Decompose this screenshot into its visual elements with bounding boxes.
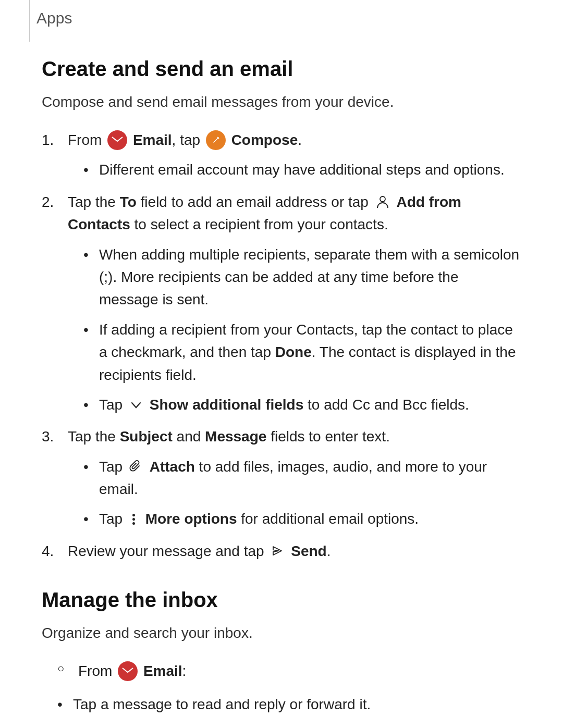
step1-email-label: Email bbox=[133, 132, 172, 148]
step2-bullet-1: When adding multiple recipients, separat… bbox=[83, 243, 521, 311]
step1-bullets: Different email account may have additio… bbox=[68, 158, 521, 181]
manage-bullet-2: Tap to search for key words in your emai… bbox=[57, 723, 521, 728]
section2-container: Manage the inbox Organize and search you… bbox=[42, 588, 521, 728]
search-icon bbox=[102, 726, 119, 728]
svg-rect-3 bbox=[121, 667, 134, 676]
section2-intro: Organize and search your inbox. bbox=[42, 622, 521, 644]
svg-rect-0 bbox=[111, 135, 124, 145]
person-icon bbox=[374, 193, 391, 210]
email-icon-2 bbox=[118, 661, 138, 681]
step2-text: Tap the To field to add an email address… bbox=[68, 194, 461, 232]
apps-label: Apps bbox=[36, 9, 72, 27]
step1-bullet-1: Different email account may have additio… bbox=[83, 158, 521, 181]
chevron-down-icon bbox=[128, 397, 144, 413]
manage-circle-item-1: From Email: bbox=[57, 660, 521, 682]
step3-text: Tap the Subject and Message fields to en… bbox=[68, 428, 390, 445]
step1-compose-label: Compose bbox=[231, 132, 298, 148]
step3-bullets: Tap Attach to add files, images, audio, … bbox=[68, 455, 521, 530]
step3-bullet-1: Tap Attach to add files, images, audio, … bbox=[83, 455, 521, 501]
step-1: From Email, tap bbox=[42, 129, 521, 181]
section1-title: Create and send an email bbox=[42, 57, 521, 81]
step2-bullet-2: If adding a recipient from your Contacts… bbox=[83, 318, 521, 386]
step3-bullet-2: Tap More options for additional email op… bbox=[83, 508, 521, 530]
page-container: Apps Create and send an email Compose an… bbox=[0, 0, 563, 728]
section1-intro: Compose and send email messages from you… bbox=[42, 91, 521, 113]
manage-circle-list: From Email: bbox=[42, 660, 521, 682]
manage-email-label: Email bbox=[143, 663, 182, 679]
step-4: Review your message and tap Send. bbox=[42, 540, 521, 562]
send-icon bbox=[270, 543, 285, 559]
step-2: Tap the To field to add an email address… bbox=[42, 191, 521, 416]
compose-icon bbox=[206, 130, 226, 150]
content-area: Create and send an email Compose and sen… bbox=[0, 0, 563, 728]
more-options-icon-1 bbox=[128, 511, 140, 527]
step2-bullet-3: Tap Show additional fields to add Cc and… bbox=[83, 393, 521, 416]
email-icon-1 bbox=[107, 130, 127, 150]
step-3: Tap the Subject and Message fields to en… bbox=[42, 425, 521, 530]
steps-list: From Email, tap bbox=[42, 129, 521, 562]
paperclip-icon bbox=[128, 459, 144, 474]
section2-title: Manage the inbox bbox=[42, 588, 521, 612]
manage-bullet-1: Tap a message to read and reply or forwa… bbox=[57, 693, 521, 715]
svg-point-2 bbox=[380, 196, 385, 202]
step4-text: Review your message and tap Send. bbox=[68, 543, 331, 559]
manage-bullets-list: Tap a message to read and reply or forwa… bbox=[42, 693, 521, 728]
step1-text: From Email, tap bbox=[68, 132, 302, 148]
step2-bullets: When adding multiple recipients, separat… bbox=[68, 243, 521, 416]
top-border-decoration bbox=[29, 0, 30, 42]
